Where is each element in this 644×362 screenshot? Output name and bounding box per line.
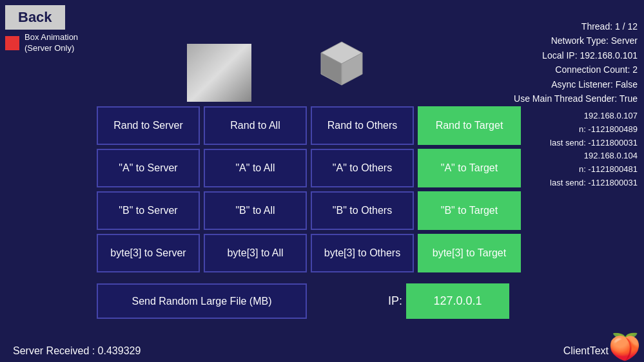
buttons-grid: Rand to Server Rand to All Rand to Other…	[97, 106, 521, 272]
ip-input[interactable]: 127.0.0.1	[406, 283, 509, 319]
red-box-indicator	[5, 36, 19, 50]
conn1-ip: 192.168.0.107	[550, 110, 638, 123]
info-panel: Thread: 1 / 12 Network Type: Server Loca…	[514, 19, 638, 106]
client-cube	[316, 39, 367, 90]
status-bar: Server Received : 0.439329	[13, 345, 141, 357]
back-button[interactable]: Back	[5, 5, 65, 30]
connection-overlay: 192.168.0.107 n: -1121800489 last send: …	[550, 110, 638, 190]
a-to-server-button[interactable]: "A" to Server	[97, 149, 200, 187]
server-box	[187, 44, 251, 102]
peach-icon: 🍑	[609, 332, 641, 362]
byte3-to-others-button[interactable]: byte[3] to Others	[311, 234, 414, 272]
a-to-others-button[interactable]: "A" to Others	[311, 149, 414, 187]
box-animation-area: Box Animation(Server Only)	[5, 32, 78, 54]
ip-label: IP:	[388, 294, 402, 308]
async-listener-info: Async Listener: False	[514, 77, 638, 91]
byte3-to-all-button[interactable]: byte[3] to All	[204, 234, 307, 272]
rand-to-target-button[interactable]: Rand to Target	[418, 106, 521, 145]
conn2-id: n: -1121800481	[550, 163, 638, 176]
rand-to-others-button[interactable]: Rand to Others	[311, 106, 414, 145]
b-to-target-button[interactable]: "B" to Target	[418, 191, 521, 230]
conn2-ip: 192.168.0.104	[550, 149, 638, 163]
send-large-file-button[interactable]: Send Random Large File (MB)	[97, 283, 307, 319]
thread-info: Thread: 1 / 12	[514, 19, 638, 33]
byte3-to-server-button[interactable]: byte[3] to Server	[97, 234, 200, 272]
local-ip-info: Local IP: 192.168.0.101	[514, 48, 638, 62]
client-text: ClientText	[563, 345, 609, 357]
conn2-last-send: last send: -1121800031	[550, 176, 638, 190]
box-animation-label: Box Animation(Server Only)	[24, 32, 78, 54]
bottom-row: Send Random Large File (MB) IP: 127.0.0.…	[97, 283, 509, 319]
conn1-id: n: -1121800489	[550, 123, 638, 137]
b-to-others-button[interactable]: "B" to Others	[311, 191, 414, 230]
conn1-last-send: last send: -1121800031	[550, 137, 638, 150]
b-to-all-button[interactable]: "B" to All	[204, 191, 307, 230]
rand-to-server-button[interactable]: Rand to Server	[97, 106, 200, 145]
a-to-target-button[interactable]: "A" to Target	[418, 149, 521, 187]
connection-count-info: Connection Count: 2	[514, 62, 638, 77]
rand-to-all-button[interactable]: Rand to All	[204, 106, 307, 145]
a-to-all-button[interactable]: "A" to All	[204, 149, 307, 187]
byte3-to-target-button[interactable]: byte[3] to Target	[418, 234, 521, 272]
network-type-info: Network Type: Server	[514, 33, 638, 48]
use-main-thread-info: Use Main Thread Sender: True	[514, 91, 638, 106]
b-to-server-button[interactable]: "B" to Server	[97, 191, 200, 230]
